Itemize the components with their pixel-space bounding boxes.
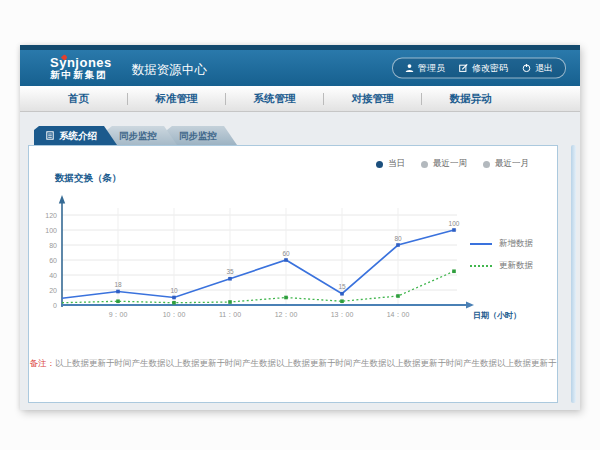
radio-selected-icon	[376, 161, 383, 168]
dotted-line-swatch	[470, 265, 492, 267]
svg-text:9：00: 9：00	[109, 311, 128, 318]
power-icon	[522, 64, 531, 73]
tab-sync-monitor-1[interactable]: 同步监控	[107, 126, 177, 145]
svg-text:80: 80	[394, 235, 402, 242]
document-icon	[46, 131, 54, 140]
solid-line-swatch	[470, 243, 492, 245]
vertical-scrollbar[interactable]	[571, 145, 576, 403]
footnote-text: 以上数据更新于时间产生数据以上数据更新于时间产生数据以上数据更新于时间产生数据以…	[55, 358, 557, 368]
filter-last-week[interactable]: 最近一周	[421, 158, 467, 170]
filter-today[interactable]: 当日	[376, 158, 405, 170]
chart-y-axis-title: 数据交换（条）	[55, 172, 122, 185]
filter-label: 最近一周	[433, 158, 467, 170]
svg-text:日期（小时）: 日期（小时）	[473, 311, 521, 320]
svg-text:100: 100	[449, 220, 460, 227]
nav-item-integration-mgmt[interactable]: 对接管理	[324, 92, 421, 106]
svg-text:15: 15	[338, 283, 346, 290]
legend-new-data: 新增数据	[470, 238, 533, 250]
tab-label: 同步监控	[179, 126, 217, 145]
svg-text:13：00: 13：00	[331, 311, 354, 318]
user-icon	[405, 64, 414, 73]
footnote: 备注：以上数据更新于时间产生数据以上数据更新于时间产生数据以上数据更新于时间产生…	[29, 358, 557, 370]
svg-text:35: 35	[226, 268, 234, 275]
svg-text:18: 18	[114, 281, 122, 288]
filter-last-month[interactable]: 最近一月	[483, 158, 529, 170]
tab-bar: 系统介绍 同步监控 同步监控	[34, 126, 558, 145]
nav-item-home[interactable]: 首页	[30, 92, 127, 106]
footnote-prefix: 备注：	[30, 358, 56, 368]
svg-text:40: 40	[49, 272, 57, 279]
legend-label: 新增数据	[499, 238, 533, 250]
svg-text:0: 0	[53, 302, 57, 309]
svg-text:100: 100	[45, 227, 57, 234]
radio-unselected-icon	[483, 161, 490, 168]
tab-label: 同步监控	[119, 126, 157, 145]
svg-text:10: 10	[170, 287, 178, 294]
edit-icon	[459, 64, 468, 73]
svg-text:14：00: 14：00	[387, 311, 410, 318]
username-label: 管理员	[418, 62, 445, 75]
svg-text:60: 60	[282, 250, 290, 257]
tab-sync-monitor-2[interactable]: 同步监控	[167, 126, 237, 145]
legend-label: 更新数据	[499, 260, 533, 272]
content-area: 系统介绍 同步监控 同步监控 当日 最近一周	[20, 112, 580, 410]
nav-item-standard-mgmt[interactable]: 标准管理	[128, 92, 225, 106]
page-title: 数据资源中心	[132, 57, 207, 79]
change-password-label: 修改密码	[472, 62, 508, 75]
current-user[interactable]: 管理员	[405, 62, 445, 75]
logo-text: Synjones	[50, 56, 112, 70]
svg-text:80: 80	[49, 242, 57, 249]
nav-item-data-change[interactable]: 数据异动	[422, 92, 519, 106]
radio-unselected-icon	[421, 161, 428, 168]
svg-text:12：00: 12：00	[275, 311, 298, 318]
tab-system-intro[interactable]: 系统介绍	[34, 126, 117, 145]
legend-updated-data: 更新数据	[470, 260, 533, 272]
user-menu: 管理员 修改密码 退出	[392, 58, 566, 79]
svg-text:10：00: 10：00	[163, 311, 186, 318]
svg-text:120: 120	[45, 212, 57, 219]
filter-label: 最近一月	[495, 158, 529, 170]
chart-legend: 新增数据 更新数据	[470, 238, 533, 272]
logo-subtext: 新中新集团	[50, 70, 112, 80]
data-exchange-chart: 0204060801001209：0010：0011：0012：0013：001…	[45, 190, 525, 328]
filter-label: 当日	[388, 158, 405, 170]
svg-text:60: 60	[49, 257, 57, 264]
nav-item-system-mgmt[interactable]: 系统管理	[226, 92, 323, 106]
svg-text:11：00: 11：00	[219, 311, 241, 318]
app-window: Synjones 新中新集团 数据资源中心 管理员 修改密码 退出 首页 标准管…	[20, 45, 580, 410]
chart-panel: 当日 最近一周 最近一月 数据交换（条） 0204060801001209：00…	[28, 145, 558, 403]
tab-label: 系统介绍	[59, 126, 97, 145]
change-password-button[interactable]: 修改密码	[459, 62, 508, 75]
app-header: Synjones 新中新集团 数据资源中心 管理员 修改密码 退出	[20, 50, 580, 86]
svg-text:20: 20	[49, 287, 57, 294]
logout-label: 退出	[535, 62, 553, 75]
time-filter-group: 当日 最近一周 最近一月	[376, 158, 529, 170]
logout-button[interactable]: 退出	[522, 62, 553, 75]
company-logo: Synjones 新中新集团	[50, 56, 112, 80]
main-nav: 首页 标准管理 系统管理 对接管理 数据异动	[20, 86, 580, 112]
